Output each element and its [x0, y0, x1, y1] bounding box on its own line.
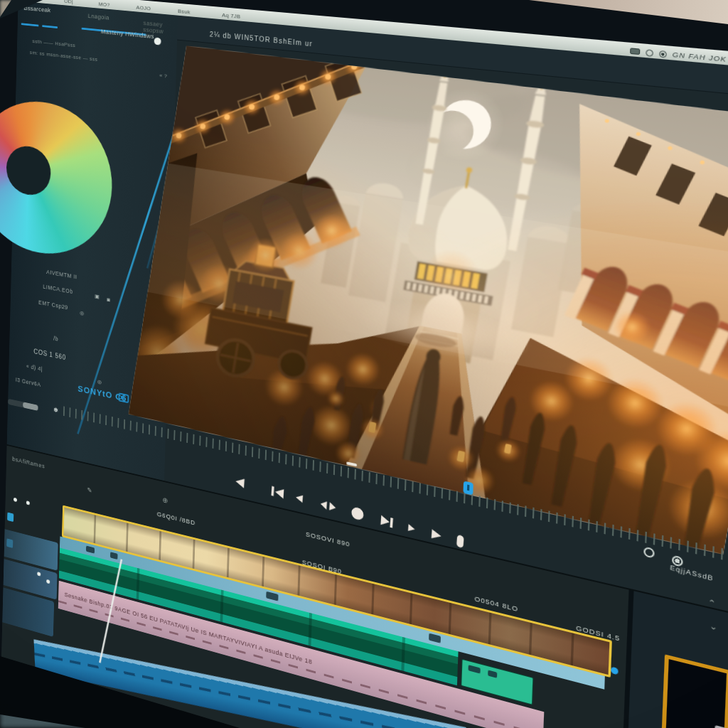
panel-row: ssth —— HsaPsss [32, 38, 75, 48]
track-dot[interactable] [14, 498, 17, 502]
h-scrollbar-handle[interactable] [23, 402, 38, 411]
target-icon[interactable]: ◎ [80, 310, 84, 316]
clip-chip [469, 665, 481, 673]
record-button[interactable] [351, 506, 364, 521]
track-dot[interactable] [26, 500, 30, 505]
reference-monitor-chip[interactable] [660, 654, 728, 728]
user-icon[interactable] [646, 49, 653, 57]
advance-button[interactable] [408, 524, 415, 532]
clip-chip [488, 670, 497, 678]
loop-icon[interactable] [643, 547, 655, 559]
clip-chip [266, 592, 278, 601]
track-dot[interactable] [37, 572, 41, 577]
add-marker-icon[interactable]: ⊕ [162, 496, 168, 505]
playhead-handle[interactable] [463, 481, 473, 495]
program-monitor-video[interactable] [129, 46, 728, 555]
step-left-button[interactable] [235, 476, 245, 488]
lumetri-item[interactable]: /b [53, 335, 58, 342]
flag-icon[interactable] [630, 48, 640, 55]
menu-item[interactable]: MO? [99, 1, 110, 9]
lumetri-item[interactable]: LIMCA.EOb [43, 283, 73, 295]
track-lock-icon[interactable] [7, 512, 14, 522]
mosque-scene [129, 46, 728, 555]
panel-row: sm: ss mssn-asse-sse — sss [30, 50, 98, 63]
menu-item[interactable]: AOJO [136, 4, 151, 11]
editor-screen: OD| MO? AOJO Bsuk Aq 7JB GN FAH JOK 2¼ d… [1, 0, 728, 728]
monitor-note: EqjjASsdB [670, 564, 714, 582]
menu-item[interactable]: OD| [64, 0, 73, 5]
chevron-up-icon[interactable]: ⌃ [707, 597, 716, 609]
record-icon[interactable] [659, 50, 667, 58]
clip-chip [429, 633, 441, 643]
stop-button[interactable] [456, 535, 464, 548]
snowflake-icon: ❅ [53, 406, 58, 414]
sync-dot [611, 666, 619, 675]
target-icon[interactable]: ◎ [97, 378, 102, 385]
play-pair-button[interactable] [320, 500, 336, 512]
clip-label: G6Q0I /8BD [157, 510, 196, 526]
lumetri-item[interactable]: COS 1 560 [33, 348, 66, 361]
menu-item[interactable]: Aq 7JB [222, 12, 240, 20]
slider-bar[interactable] [21, 23, 39, 26]
skip-start-button[interactable] [271, 486, 284, 499]
skip-next-button[interactable] [380, 515, 393, 528]
pen-tool-icon[interactable]: ✎ [87, 486, 92, 495]
clip-chip [86, 546, 95, 554]
play-back-button[interactable] [296, 493, 303, 503]
more-options[interactable]: « ? [159, 73, 167, 80]
track-dot[interactable] [46, 579, 50, 584]
monitor-title: 2¼ db WIN5TOR BshEIm ur [210, 31, 313, 48]
chevron-down-icon[interactable]: ⌄ [710, 621, 718, 633]
timeline-panel-label: bsAfiRames [12, 456, 45, 470]
clip-chip [110, 552, 118, 560]
badge-icon: ▣ [95, 293, 100, 299]
toggle-knob[interactable] [154, 37, 161, 45]
lumetri-item[interactable]: EMT Csp29 [38, 299, 68, 311]
photo-of-monitor: OD| MO? AOJO Bsuk Aq 7JB GN FAH JOK 2¼ d… [0, 0, 728, 728]
lumetri-item[interactable]: I3 Gerv6A [16, 376, 41, 387]
lumetri-item[interactable]: AIVEMTM II [46, 269, 77, 281]
slider-bar[interactable] [42, 25, 58, 28]
timeline-right-panel: ⌃ ⌄ ▦ ≡ ✈ [619, 590, 728, 728]
menu-item[interactable]: Bsuk [178, 8, 191, 15]
lumetri-item[interactable]: « d) 4| [26, 363, 43, 373]
tab-creative[interactable]: Lnagoia [88, 13, 109, 21]
badge-icon: ◙ [107, 296, 109, 303]
play-forward-button[interactable] [432, 529, 441, 540]
clip-label: SOSOVI 890 [306, 530, 350, 547]
